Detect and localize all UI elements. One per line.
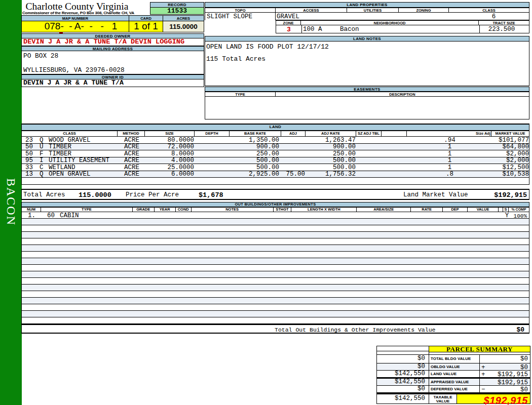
access-value[interactable]: GRAVEL: [277, 13, 299, 20]
land-class-code: 50: [25, 144, 33, 150]
land-base-rate: 500.00: [230, 165, 279, 171]
easements-box[interactable]: [205, 97, 529, 119]
record-value[interactable]: 11533: [150, 8, 204, 15]
ps-right-value[interactable]: $0: [480, 355, 530, 363]
land-depth-header: DEPTH: [195, 131, 230, 137]
land-adj-rate-header: ADJ RATE: [306, 131, 356, 137]
out-building-empty-row: [21, 278, 529, 285]
out-buildings-section: OUT BUILDINGS/OTHER IMPROVEMENTS NUM TYP…: [21, 202, 529, 334]
land-row[interactable]: 23QWOOD GRAVELACRE80.00001,350.001,263.4…: [21, 137, 529, 144]
land-notes-line-1: OPEN LAND IS FOOD PLOT 12/17/12: [206, 43, 329, 51]
ps-right-value[interactable]: −$0: [480, 386, 530, 393]
land-row[interactable]: 95IUTILITY EASEMENTACRE4.0000500.00500.0…: [21, 157, 529, 165]
neighborhood-name[interactable]: Bacon: [340, 26, 359, 33]
easements-header-row: TYPE DESCRIPTION: [205, 92, 529, 97]
ob-total-value[interactable]: $0: [516, 326, 524, 334]
utilities-header: UTILITIES: [347, 8, 399, 13]
ob-cond-header: COND: [176, 207, 192, 212]
easement-description-header: DESCRIPTION: [276, 92, 529, 97]
commissioner-subtitle: Commissioner of the Revenue, PO Box 308,…: [22, 11, 134, 15]
ps-left-value[interactable]: $142,550: [376, 394, 429, 404]
deeded-owner-value[interactable]: DEVIN J A JR & A TUNE T/A DEVIN LOGGING: [21, 38, 204, 46]
ps-left-value[interactable]: $142,550: [376, 371, 429, 378]
property-record-card: BACON Charlotte County Virginia Commissi…: [0, 0, 532, 405]
total-acres-value[interactable]: 115.0000: [79, 191, 111, 199]
land-spacer-header: [382, 131, 407, 137]
parcel-summary-row: $142,550APPRAISED VALUE$192,915: [376, 378, 530, 386]
land-adj-rate: 1,263.47: [306, 137, 356, 143]
mailing-address-box[interactable]: PO BOX 28 WYLLIESBURG, VA 23976-0028: [21, 51, 204, 74]
ps-left-value[interactable]: $0: [376, 386, 429, 393]
neighborhood-code[interactable]: 100 A: [303, 26, 322, 33]
out-building-row[interactable]: 1.60CABINY100%: [21, 212, 529, 219]
acres-value[interactable]: 115.0000: [163, 21, 204, 32]
parcel-summary-title: PARCEL SUMMARY: [429, 346, 530, 352]
land-market-value-cell: $64,800: [492, 144, 529, 150]
land-row[interactable]: 13QOPEN GRAVELACRE6.00002,925.0075.001,7…: [21, 171, 529, 178]
ps-value: $0: [520, 364, 528, 371]
ps-value: $192,915: [498, 371, 528, 378]
land-size: 6.0000: [145, 171, 194, 177]
ps-left-value[interactable]: $0: [376, 355, 429, 363]
parcel-summary: PARCEL SUMMARY $0TOTAL BLDG VALUE$0$0OBL…: [376, 346, 530, 404]
ps-right-value[interactable]: $192,915: [480, 379, 530, 386]
land-class-name: TIMBER: [49, 151, 71, 157]
ps-header-left-cell-1: [376, 346, 429, 351]
ob-num-header: NUM: [21, 207, 41, 212]
ps-left-value[interactable]: $142,550: [376, 379, 429, 386]
address-line-1: PO BOX 28: [23, 52, 58, 60]
land-size-adj: 1: [407, 157, 492, 164]
ps-right-value[interactable]: +$192,915: [480, 371, 530, 378]
land-base-rate-header: BASE RATE: [230, 131, 281, 137]
out-building-empty-row: [21, 317, 529, 324]
land-class-name: OPEN GRAVEL: [49, 171, 91, 177]
ob-pct-comp-header: % COMP: [509, 207, 529, 212]
land-rows: 23QWOOD GRAVELACRE80.00001,350.001,263.4…: [21, 137, 529, 178]
land-class-header: CLASS: [21, 131, 118, 137]
ob-sthgt-header: STHGT: [274, 207, 292, 212]
access-header: ACCESS: [276, 8, 347, 13]
land-class-sub: U: [40, 144, 44, 150]
parcel-summary-row: $0DEFERRED VALUE−$0: [376, 386, 530, 393]
ob-spacer-header: [499, 207, 503, 212]
land-market-value-cell: $101,077: [492, 137, 529, 143]
out-building-empty-row: [21, 225, 529, 232]
land-base-rate: 500.00: [230, 157, 279, 164]
neighborhood-header: NEIGHBORHOOD: [301, 20, 479, 25]
parcel-summary-row: $0OBLDG VALUE+$0: [376, 363, 530, 371]
land-class-name: WETLAND: [49, 165, 75, 171]
zone-value-row: 3 100 A Bacon 223.500: [276, 25, 529, 33]
land-class-code: 50: [25, 151, 33, 157]
topo-value[interactable]: SLIGHT SLOPE: [207, 13, 252, 20]
land-notes-title: LAND NOTES: [205, 36, 529, 42]
ps-right-value[interactable]: +$0: [480, 363, 530, 371]
land-notes-box[interactable]: OPEN LAND IS FOOD PLOT 12/17/12 115 Tota…: [205, 42, 529, 86]
topo-header: TOPO: [205, 8, 276, 13]
out-building-empty-row: [21, 265, 529, 271]
land-base-rate: 2,925.00: [230, 171, 279, 177]
price-per-acre-label: Price Per Acre: [126, 191, 179, 198]
owner-id-value[interactable]: DEVIN J A JR & A TUNE T/A: [21, 79, 204, 87]
land-row[interactable]: 50UTIMBERACRE72.0000900.00900.001$64,800: [21, 144, 529, 151]
class-value[interactable]: 6: [449, 13, 529, 20]
card-value[interactable]: 1 of 1: [129, 21, 163, 32]
map-number-value[interactable]: 078- - A- - - 1: [21, 21, 129, 32]
ps-taxable-total[interactable]: $192,915: [457, 394, 530, 404]
price-per-acre-value[interactable]: $1,678: [199, 191, 223, 199]
land-market-value-label: Land Market Value: [403, 191, 468, 198]
zone-header-row: ZONE NEIGHBORHOOD TRACT SIZE: [276, 20, 529, 25]
land-adj-rate: 250.00: [306, 151, 356, 157]
land-row[interactable]: 50FTIMBERACRE8.0000250.00250.001$2,000: [21, 150, 529, 157]
ps-value: $0: [520, 355, 528, 362]
ps-label: DEFERRED VALUE: [429, 386, 480, 393]
ps-value: $0: [520, 386, 528, 393]
tract-size-value[interactable]: 223.500: [479, 26, 530, 33]
ps-left-value[interactable]: $0: [376, 363, 429, 371]
land-method: ACRE: [118, 144, 145, 150]
land-method: ACRE: [118, 171, 145, 177]
zone-value[interactable]: 3: [276, 26, 301, 33]
easement-type-header: TYPE: [205, 92, 276, 97]
land-gap: [21, 185, 529, 189]
land-market-value[interactable]: $192,915: [494, 191, 527, 199]
land-row[interactable]: 33CWETLANDACRE25.0000500.00500.001$12,50…: [21, 164, 529, 171]
